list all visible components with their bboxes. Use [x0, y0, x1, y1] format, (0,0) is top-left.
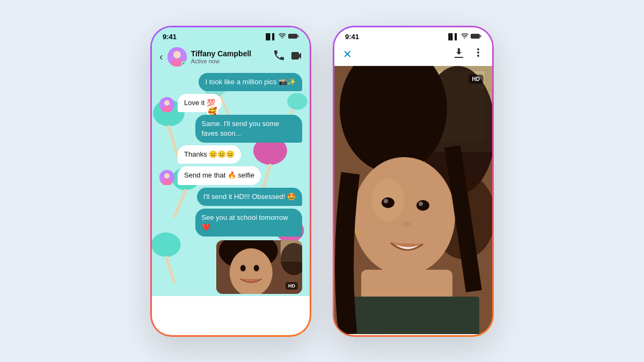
message-row: Thanks 😐😐😐	[159, 145, 302, 164]
message-bubble: Thanks 😐😐😐	[178, 145, 241, 164]
video-call-button[interactable]	[291, 51, 302, 62]
svg-point-38	[477, 55, 479, 57]
more-options-button[interactable]	[473, 47, 484, 62]
message-text: Same. I'll send you some faves soon...	[202, 120, 280, 137]
message-text: I took like a million pics 📸✨	[205, 78, 296, 86]
message-row: See you at school tomorrow ❤️	[159, 209, 302, 237]
svg-point-48	[382, 197, 394, 208]
hd-badge: HD	[286, 282, 298, 290]
message-bubble: Same. I'll send you some faves soon...	[195, 115, 303, 143]
message-text: See you at school tomorrow ❤️	[202, 213, 288, 231]
status-bar-2: 9:41 ▐▌▌	[334, 27, 492, 44]
svg-point-21	[164, 100, 170, 106]
call-button[interactable]	[274, 50, 284, 63]
download-button[interactable]	[453, 47, 464, 62]
svg-rect-34	[480, 35, 481, 37]
message-avatar	[159, 170, 174, 185]
svg-point-4	[173, 51, 181, 58]
header-actions	[274, 50, 302, 63]
contact-name: Tiffany Campbell	[191, 49, 270, 58]
active-indicator	[181, 61, 186, 66]
message-bubble: Love it 💯 🥰	[178, 94, 222, 112]
svg-point-46	[353, 157, 455, 275]
status-icons-2: ▐▌▌	[447, 33, 481, 40]
svg-point-24	[164, 173, 170, 179]
message-row: Same. I'll send you some faves soon...	[159, 115, 302, 143]
svg-point-50	[384, 199, 388, 203]
status-bar-1: 9:41 ▐▌▌	[152, 27, 310, 44]
battery-icon-1	[288, 33, 299, 40]
message-bubble: Send me that 🔥 selfie	[178, 166, 261, 184]
close-button[interactable]: ✕	[343, 48, 352, 61]
chat-phone: 9:41 ▐▌▌ ‹	[150, 26, 311, 337]
viewer-phone: 9:41 ▐▌▌ ✕	[333, 26, 494, 337]
battery-icon-2	[471, 33, 481, 40]
viewer-actions	[453, 47, 484, 62]
back-button[interactable]: ‹	[159, 50, 163, 63]
message-text: Send me that 🔥 selfie	[184, 171, 254, 179]
photo-background: HD	[334, 66, 492, 334]
message-text: I'll send it HD!!! Obsessed! 🤩	[203, 193, 296, 201]
svg-point-30	[254, 265, 259, 271]
photo-hd-badge: HD	[469, 75, 484, 84]
svg-rect-1	[298, 35, 299, 37]
status-icons-1: ▐▌▌	[264, 33, 299, 40]
svg-point-29	[240, 265, 246, 271]
signal-icon-2: ▐▌▌	[447, 33, 459, 40]
message-row: I'll send it HD!!! Obsessed! 🤩	[159, 188, 302, 206]
svg-point-49	[416, 200, 429, 211]
viewer-phone-inner: 9:41 ▐▌▌ ✕	[334, 27, 492, 334]
messages-area: I took like a million pics 📸✨ Love it 💯 …	[152, 71, 310, 297]
svg-point-52	[402, 221, 411, 227]
signal-icon-1: ▐▌▌	[264, 33, 276, 40]
wifi-icon-1	[279, 33, 286, 40]
messages-list: I took like a million pics 📸✨ Love it 💯 …	[157, 73, 304, 294]
svg-rect-54	[345, 297, 479, 334]
status-time-1: 9:41	[163, 33, 177, 41]
chat-header: ‹ Tiffany Campbell Active now	[152, 44, 310, 71]
viewer-header: ✕	[334, 44, 492, 66]
message-bubble: I took like a million pics 📸✨	[199, 73, 302, 91]
message-bubble: See you at school tomorrow ❤️	[195, 209, 303, 237]
image-message[interactable]: HD	[216, 239, 302, 294]
wifi-icon-2	[461, 33, 469, 40]
message-row[interactable]: HD	[159, 239, 302, 294]
svg-rect-2	[289, 34, 297, 38]
svg-point-36	[477, 48, 479, 50]
status-time-2: 9:41	[345, 33, 359, 41]
contact-info: Tiffany Campbell Active now	[191, 49, 270, 64]
image-preview[interactable]: HD	[216, 240, 302, 294]
message-avatar	[159, 97, 174, 112]
message-row: I took like a million pics 📸✨	[159, 73, 302, 91]
message-text: Thanks 😐😐😐	[184, 150, 235, 158]
contact-status: Active now	[191, 58, 270, 64]
svg-rect-35	[471, 34, 479, 38]
svg-point-37	[477, 51, 479, 54]
contact-avatar[interactable]	[167, 47, 187, 67]
svg-point-53	[355, 230, 360, 235]
message-row: Love it 💯 🥰	[159, 94, 302, 112]
photo-container[interactable]: HD	[334, 66, 492, 334]
message-bubble: I'll send it HD!!! Obsessed! 🤩	[197, 188, 302, 206]
svg-point-51	[419, 202, 423, 206]
message-row: Send me that 🔥 selfie	[159, 166, 302, 184]
